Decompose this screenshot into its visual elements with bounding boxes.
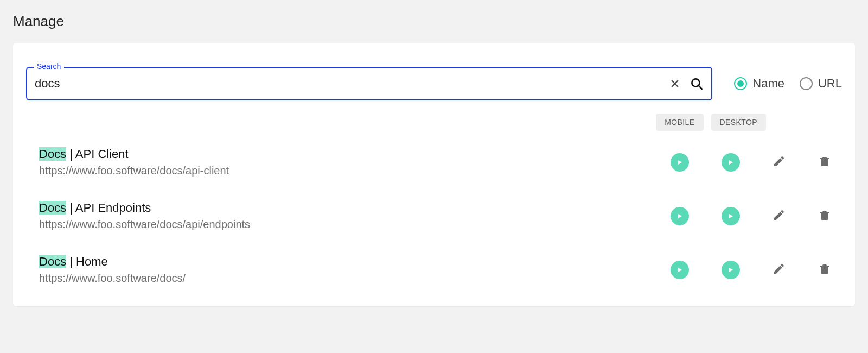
run-mobile-button[interactable] (671, 153, 689, 172)
search-icons (670, 77, 704, 91)
result-title[interactable]: Docs | API Endpoints (39, 201, 671, 215)
result-text: Docs | Home https://www.foo.software/doc… (39, 255, 671, 285)
result-actions (671, 261, 831, 279)
result-url: https://www.foo.software/docs/ (39, 272, 671, 285)
pencil-icon (773, 155, 786, 168)
search-by-group: Name URL (734, 77, 842, 91)
result-title-rest: | API Endpoints (66, 201, 151, 215)
edit-button[interactable] (773, 209, 786, 224)
play-icon (727, 212, 735, 220)
result-title-rest: | Home (66, 255, 108, 268)
play-icon (676, 266, 684, 274)
result-text: Docs | API Endpoints https://www.foo.sof… (39, 201, 671, 231)
run-desktop-button[interactable] (722, 207, 740, 225)
search-input[interactable] (35, 77, 670, 91)
play-icon (676, 212, 684, 220)
run-mobile-button[interactable] (671, 261, 689, 279)
column-headers: MOBILE DESKTOP (26, 114, 842, 131)
search-by-name-label: Name (752, 77, 784, 91)
result-highlight: Docs (39, 201, 66, 215)
edit-button[interactable] (773, 262, 786, 278)
play-icon (676, 159, 684, 166)
result-url: https://www.foo.software/docs/api/endpoi… (39, 218, 671, 231)
run-desktop-button[interactable] (722, 153, 740, 172)
radio-unselected-icon (800, 77, 813, 90)
pencil-icon (773, 262, 786, 275)
result-highlight: Docs (39, 255, 66, 268)
result-highlight: Docs (39, 147, 66, 161)
search-row: Search Name (26, 43, 842, 100)
result-title[interactable]: Docs | Home (39, 255, 671, 269)
delete-button[interactable] (818, 155, 831, 170)
clear-icon[interactable] (670, 79, 680, 89)
edit-button[interactable] (773, 155, 786, 170)
result-actions (671, 207, 831, 225)
play-icon (727, 159, 735, 166)
mobile-column-header: MOBILE (656, 114, 703, 131)
search-by-url-label: URL (818, 77, 842, 91)
trash-icon (818, 262, 831, 275)
search-by-name-radio[interactable]: Name (734, 77, 784, 91)
result-url: https://www.foo.software/docs/api-client (39, 165, 671, 177)
result-text: Docs | API Client https://www.foo.softwa… (39, 147, 671, 177)
delete-button[interactable] (818, 262, 831, 278)
result-row: Docs | API Client https://www.foo.softwa… (39, 147, 831, 177)
trash-icon (818, 209, 831, 222)
run-mobile-button[interactable] (671, 207, 689, 225)
search-by-url-radio[interactable]: URL (800, 77, 842, 91)
search-field[interactable]: Search (26, 67, 712, 100)
svg-line-3 (699, 86, 702, 89)
results-list: Docs | API Client https://www.foo.softwa… (26, 147, 842, 285)
search-label: Search (34, 62, 64, 71)
result-row: Docs | Home https://www.foo.software/doc… (39, 255, 831, 285)
radio-selected-icon (734, 77, 747, 90)
result-title-rest: | API Client (66, 147, 129, 161)
desktop-column-header: DESKTOP (711, 114, 766, 131)
page-title: Manage (13, 13, 855, 30)
pencil-icon (773, 209, 786, 222)
delete-button[interactable] (818, 209, 831, 224)
result-actions (671, 153, 831, 172)
manage-card: Search Name (13, 43, 855, 306)
result-title[interactable]: Docs | API Client (39, 147, 671, 161)
play-icon (727, 266, 735, 274)
result-row: Docs | API Endpoints https://www.foo.sof… (39, 201, 831, 231)
search-icon[interactable] (690, 77, 704, 91)
run-desktop-button[interactable] (722, 261, 740, 279)
trash-icon (818, 155, 831, 168)
